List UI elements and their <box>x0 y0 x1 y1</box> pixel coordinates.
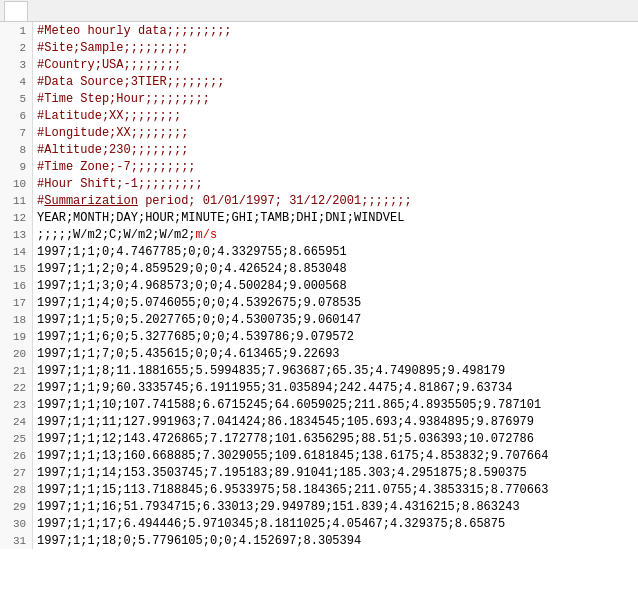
line-text: #Time Step;Hour;;;;;;;;; <box>33 90 638 107</box>
line-text: 1997;1;1;7;0;5.435615;0;0;4.613465;9.226… <box>33 345 638 362</box>
line-text: 1997;1;1;0;4.7467785;0;0;4.3329755;8.665… <box>33 243 638 260</box>
line-number: 25 <box>0 430 33 447</box>
table-row: 161997;1;1;3;0;4.968573;0;0;4.500284;9.0… <box>0 277 638 294</box>
line-number: 22 <box>0 379 33 396</box>
line-text: 1997;1;1;10;107.741588;6.6715245;64.6059… <box>33 396 638 413</box>
line-number: 23 <box>0 396 33 413</box>
line-text: #Site;Sample;;;;;;;;; <box>33 39 638 56</box>
line-number: 12 <box>0 209 33 226</box>
line-number: 18 <box>0 311 33 328</box>
table-row: 251997;1;1;12;143.4726865;7.172778;101.6… <box>0 430 638 447</box>
line-text: #Latitude;XX;;;;;;;; <box>33 107 638 124</box>
line-number: 17 <box>0 294 33 311</box>
line-text: #Data Source;3TIER;;;;;;;; <box>33 73 638 90</box>
line-text: #Country;USA;;;;;;;; <box>33 56 638 73</box>
line-number: 27 <box>0 464 33 481</box>
table-row: 241997;1;1;11;127.991963;7.041424;86.183… <box>0 413 638 430</box>
table-row: 1#Meteo hourly data;;;;;;;;; <box>0 22 638 39</box>
line-text: 1997;1;1;16;51.7934715;6.33013;29.949789… <box>33 498 638 515</box>
table-row: 9#Time Zone;-7;;;;;;;;; <box>0 158 638 175</box>
line-text: 1997;1;1;4;0;5.0746055;0;0;4.5392675;9.0… <box>33 294 638 311</box>
line-number: 6 <box>0 107 33 124</box>
table-row: 5#Time Step;Hour;;;;;;;;; <box>0 90 638 107</box>
table-row: 201997;1;1;7;0;5.435615;0;0;4.613465;9.2… <box>0 345 638 362</box>
table-row: 231997;1;1;10;107.741588;6.6715245;64.60… <box>0 396 638 413</box>
table-row: 13;;;;;W/m2;C;W/m2;W/m2;m/s <box>0 226 638 243</box>
table-row: 10#Hour Shift;-1;;;;;;;;; <box>0 175 638 192</box>
line-text: 1997;1;1;5;0;5.2027765;0;0;4.5300735;9.0… <box>33 311 638 328</box>
line-number: 16 <box>0 277 33 294</box>
line-number: 26 <box>0 447 33 464</box>
table-row: 2#Site;Sample;;;;;;;;; <box>0 39 638 56</box>
line-text: ;;;;;W/m2;C;W/m2;W/m2;m/s <box>33 226 638 243</box>
table-row: 171997;1;1;4;0;5.0746055;0;0;4.5392675;9… <box>0 294 638 311</box>
table-row: 211997;1;1;8;11.1881655;5.5994835;7.9636… <box>0 362 638 379</box>
line-number: 15 <box>0 260 33 277</box>
line-number: 19 <box>0 328 33 345</box>
line-text: 1997;1;1;11;127.991963;7.041424;86.18345… <box>33 413 638 430</box>
line-text: 1997;1;1;17;6.494446;5.9710345;8.1811025… <box>33 515 638 532</box>
line-number: 30 <box>0 515 33 532</box>
line-text: #Longitude;XX;;;;;;;; <box>33 124 638 141</box>
line-number: 20 <box>0 345 33 362</box>
line-text: 1997;1;1;8;11.1881655;5.5994835;7.963687… <box>33 362 638 379</box>
line-text: 1997;1;1;13;160.668885;7.3029055;109.618… <box>33 447 638 464</box>
line-number: 9 <box>0 158 33 175</box>
table-row: 11#Summarization period; 01/01/1997; 31/… <box>0 192 638 209</box>
line-number: 21 <box>0 362 33 379</box>
line-number: 8 <box>0 141 33 158</box>
line-text: 1997;1;1;9;60.3335745;6.1911955;31.03589… <box>33 379 638 396</box>
line-text: #Time Zone;-7;;;;;;;;; <box>33 158 638 175</box>
line-number: 5 <box>0 90 33 107</box>
line-text: YEAR;MONTH;DAY;HOUR;MINUTE;GHI;TAMB;DHI;… <box>33 209 638 226</box>
file-tab[interactable] <box>4 1 28 21</box>
line-number: 29 <box>0 498 33 515</box>
table-row: 151997;1;1;2;0;4.859529;0;0;4.426524;8.8… <box>0 260 638 277</box>
line-number: 3 <box>0 56 33 73</box>
table-row: 291997;1;1;16;51.7934715;6.33013;29.9497… <box>0 498 638 515</box>
line-number: 14 <box>0 243 33 260</box>
table-row: 281997;1;1;15;113.7188845;6.9533975;58.1… <box>0 481 638 498</box>
line-text: 1997;1;1;14;153.3503745;7.195183;89.9104… <box>33 464 638 481</box>
table-row: 6#Latitude;XX;;;;;;;; <box>0 107 638 124</box>
table-row: 141997;1;1;0;4.7467785;0;0;4.3329755;8.6… <box>0 243 638 260</box>
line-text: 1997;1;1;2;0;4.859529;0;0;4.426524;8.853… <box>33 260 638 277</box>
table-row: 191997;1;1;6;0;5.3277685;0;0;4.539786;9.… <box>0 328 638 345</box>
table-row: 8#Altitude;230;;;;;;;; <box>0 141 638 158</box>
content-table: 1#Meteo hourly data;;;;;;;;;2#Site;Sampl… <box>0 22 638 549</box>
table-row: 4#Data Source;3TIER;;;;;;;; <box>0 73 638 90</box>
line-number: 4 <box>0 73 33 90</box>
line-number: 2 <box>0 39 33 56</box>
line-text: #Summarization period; 01/01/1997; 31/12… <box>33 192 638 209</box>
line-text: #Meteo hourly data;;;;;;;;; <box>33 22 638 39</box>
line-number: 10 <box>0 175 33 192</box>
line-number: 7 <box>0 124 33 141</box>
table-row: 271997;1;1;14;153.3503745;7.195183;89.91… <box>0 464 638 481</box>
table-row: 301997;1;1;17;6.494446;5.9710345;8.18110… <box>0 515 638 532</box>
line-text: 1997;1;1;3;0;4.968573;0;0;4.500284;9.000… <box>33 277 638 294</box>
table-row: 311997;1;1;18;0;5.7796105;0;0;4.152697;8… <box>0 532 638 549</box>
line-text: #Altitude;230;;;;;;;; <box>33 141 638 158</box>
line-text: 1997;1;1;6;0;5.3277685;0;0;4.539786;9.07… <box>33 328 638 345</box>
table-row: 3#Country;USA;;;;;;;; <box>0 56 638 73</box>
table-row: 7#Longitude;XX;;;;;;;; <box>0 124 638 141</box>
line-text: 1997;1;1;18;0;5.7796105;0;0;4.152697;8.3… <box>33 532 638 549</box>
line-number: 11 <box>0 192 33 209</box>
line-text: #Hour Shift;-1;;;;;;;;; <box>33 175 638 192</box>
line-text: 1997;1;1;15;113.7188845;6.9533975;58.184… <box>33 481 638 498</box>
line-number: 1 <box>0 22 33 39</box>
line-number: 13 <box>0 226 33 243</box>
table-row: 181997;1;1;5;0;5.2027765;0;0;4.5300735;9… <box>0 311 638 328</box>
line-number: 24 <box>0 413 33 430</box>
line-text: 1997;1;1;12;143.4726865;7.172778;101.635… <box>33 430 638 447</box>
line-number: 31 <box>0 532 33 549</box>
title-bar <box>0 0 638 22</box>
table-row: 12YEAR;MONTH;DAY;HOUR;MINUTE;GHI;TAMB;DH… <box>0 209 638 226</box>
line-number: 28 <box>0 481 33 498</box>
table-row: 261997;1;1;13;160.668885;7.3029055;109.6… <box>0 447 638 464</box>
file-content: 1#Meteo hourly data;;;;;;;;;2#Site;Sampl… <box>0 22 638 589</box>
table-row: 221997;1;1;9;60.3335745;6.1911955;31.035… <box>0 379 638 396</box>
